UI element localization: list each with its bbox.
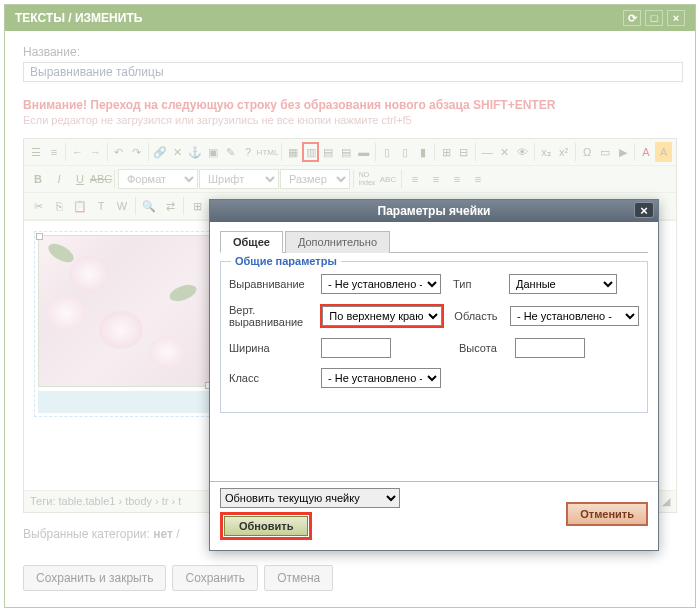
cell-properties-dialog: Параметры ячейки × Общее Дополнительно О… [209,199,659,551]
area-select[interactable]: - Не установлено - [510,306,639,326]
help-icon[interactable]: ? [240,142,257,162]
width-input[interactable] [321,338,391,358]
replace-icon[interactable]: ⇄ [160,196,180,216]
scope-select[interactable]: Обновить текущую ячейку [220,488,400,508]
align-select[interactable]: - Не установлено - [321,274,441,294]
refresh-icon[interactable]: ⟳ [623,10,641,26]
char-icon[interactable]: Ω [579,142,596,162]
html-icon[interactable]: HTML [258,142,278,162]
sup-icon[interactable]: x² [555,142,572,162]
outdent-icon[interactable]: ← [69,142,86,162]
area-label: Область [454,310,504,322]
valign-label: Верт. выравнивание [229,304,314,328]
resize-handle-icon[interactable]: ◢ [662,495,670,508]
type-select[interactable]: Данные [509,274,617,294]
link-icon[interactable]: 🔗 [151,142,168,162]
split-icon[interactable]: ⊞ [438,142,455,162]
noindex-icon[interactable]: NOindex [357,169,377,189]
warning-subtext: Если редактор не загрузился или загрузил… [23,114,677,126]
dialog-title-bar[interactable]: Параметры ячейки × [210,200,658,222]
list-bullet-icon[interactable]: ☰ [28,142,45,162]
valign-select[interactable]: По верхнему краю [322,306,442,326]
spacer-icon[interactable]: ▭ [597,142,614,162]
bg-color-icon[interactable]: A [655,142,672,162]
bold-icon[interactable]: B [28,169,48,189]
dialog-title: Параметры ячейки [378,204,491,218]
name-input[interactable] [23,62,683,82]
fieldset-legend: Общие параметры [231,255,341,267]
dialog-tabs: Общее Дополнительно [220,230,648,253]
table-cell-empty[interactable] [38,391,210,413]
italic-icon[interactable]: I [49,169,69,189]
image-icon[interactable]: ▣ [204,142,221,162]
row-after-icon[interactable]: ▤ [338,142,355,162]
visual-icon[interactable]: 👁 [514,142,531,162]
format-select[interactable]: Формат [118,169,198,189]
class-label: Класс [229,372,315,384]
underline-icon[interactable]: U [70,169,90,189]
height-input[interactable] [515,338,585,358]
align-center-icon[interactable]: ≡ [426,169,446,189]
table-cell-image[interactable] [38,235,210,387]
align-label: Выравнивание [229,278,315,290]
width-label: Ширина [229,342,315,354]
unlink-icon[interactable]: ✕ [169,142,186,162]
path-text: Теги: table.table1 › tbody › tr › t [30,495,181,508]
anchor-icon[interactable]: ⚓ [187,142,204,162]
paste-word-icon[interactable]: W [112,196,132,216]
close-icon[interactable]: × [667,10,685,26]
paste-icon[interactable]: 📋 [70,196,90,216]
dialog-cancel-button[interactable]: Отменить [566,502,648,526]
save-button[interactable]: Сохранить [172,565,258,591]
merge-icon[interactable]: ⊟ [455,142,472,162]
redo-icon[interactable]: ↷ [128,142,145,162]
find-icon[interactable]: 🔍 [139,196,159,216]
warning-text: Внимание! Переход на следующую строку бе… [23,98,677,112]
name-label: Название: [23,45,677,59]
window-title: ТЕКСТЫ / ИЗМЕНИТЬ [15,11,142,25]
update-button[interactable]: Обновить [224,516,308,536]
table-icon[interactable]: ▦ [284,142,301,162]
list-number-icon[interactable]: ≡ [46,142,63,162]
hr-icon[interactable]: — [479,142,496,162]
height-label: Высота [459,342,509,354]
strike-icon[interactable]: ABC [91,169,111,189]
dialog-footer: Обновить текущую ячейку Обновить Отменит… [210,481,658,550]
cancel-button[interactable]: Отмена [264,565,333,591]
title-bar: ТЕКСТЫ / ИЗМЕНИТЬ ⟳ □ × [5,5,695,31]
size-select[interactable]: Размер [280,169,350,189]
align-left-icon[interactable]: ≡ [405,169,425,189]
align-justify-icon[interactable]: ≡ [468,169,488,189]
undo-icon[interactable]: ↶ [110,142,127,162]
window-controls: ⟳ □ × [623,10,685,26]
update-highlight: Обновить [220,512,312,540]
col-after-icon[interactable]: ▯ [397,142,414,162]
tab-general[interactable]: Общее [220,231,283,253]
save-close-button[interactable]: Сохранить и закрыть [23,565,166,591]
media-icon[interactable]: ▶ [614,142,631,162]
class-select[interactable]: - Не установлено - [321,368,441,388]
paste-text-icon[interactable]: T [91,196,111,216]
clear-icon[interactable]: ✕ [497,142,514,162]
table-props-icon[interactable]: ▥ [302,142,319,162]
dialog-close-icon[interactable]: × [634,202,654,218]
row-before-icon[interactable]: ▤ [320,142,337,162]
abc-icon[interactable]: ABC [378,169,398,189]
sub-icon[interactable]: x₂ [538,142,555,162]
general-fieldset: Общие параметры Выравнивание - Не устано… [220,261,648,413]
tab-advanced[interactable]: Дополнительно [285,231,390,253]
cut-icon[interactable]: ✂ [28,196,48,216]
clean-icon[interactable]: ✎ [222,142,239,162]
font-select[interactable]: Шрифт [199,169,279,189]
tree-icon[interactable]: ⊞ [187,196,207,216]
copy-icon[interactable]: ⎘ [49,196,69,216]
del-row-icon[interactable]: ▬ [355,142,372,162]
valign-highlight: По верхнему краю [320,304,444,328]
font-color-icon[interactable]: A [638,142,655,162]
type-label: Тип [453,278,503,290]
del-col-icon[interactable]: ▮ [414,142,431,162]
indent-icon[interactable]: → [87,142,104,162]
col-before-icon[interactable]: ▯ [379,142,396,162]
maximize-icon[interactable]: □ [645,10,663,26]
align-right-icon[interactable]: ≡ [447,169,467,189]
